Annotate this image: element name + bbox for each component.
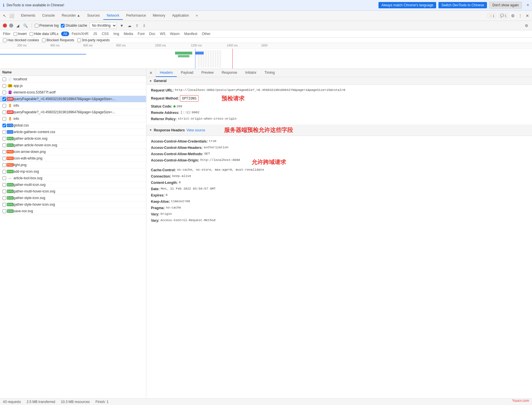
upload-icon[interactable]: ⇧ — [135, 23, 139, 28]
tab-console[interactable]: Console — [39, 12, 58, 20]
disable-cache-input[interactable] — [61, 24, 65, 28]
hide-data-input[interactable] — [30, 32, 33, 36]
tab-payload[interactable]: Payload — [177, 69, 197, 77]
device-icon[interactable]: ⬜ — [9, 13, 15, 19]
filter-fetchxhr[interactable]: Fetch/XHR — [70, 32, 91, 36]
table-row[interactable]: SVG gather-mutil-hover-icon.svg — [0, 188, 146, 195]
table-row[interactable]: PNG icon-edit-white.png — [0, 155, 146, 162]
disable-cache-checkbox[interactable]: Disable cache — [61, 24, 87, 28]
row-checkbox[interactable] — [2, 183, 6, 187]
table-row[interactable]: T element-icons.535877f.woff — [0, 89, 146, 96]
table-row[interactable]: XHR queryPageable?_=0.456032191901896478… — [0, 109, 146, 116]
row-checkbox[interactable] — [2, 91, 6, 94]
hide-data-checkbox[interactable]: Hide data URLs — [30, 32, 59, 36]
invert-input[interactable] — [13, 32, 17, 36]
close-devtools-icon[interactable]: ✕ — [525, 13, 530, 19]
table-row[interactable]: CSS article-gatherer-content.css — [0, 129, 146, 135]
always-match-button[interactable]: Always match Chrome's language — [378, 2, 436, 8]
tab-preview[interactable]: Preview — [197, 69, 218, 77]
blocked-cookies-input[interactable] — [3, 38, 7, 42]
tab-network[interactable]: Network — [103, 12, 123, 20]
filter-all[interactable]: All — [61, 32, 69, 36]
row-checkbox[interactable] — [2, 150, 6, 154]
row-checkbox[interactable] — [2, 77, 6, 81]
filter-manifest[interactable]: Manifest — [182, 32, 199, 36]
dont-show-button[interactable]: Don't show again — [489, 2, 522, 9]
table-row[interactable]: PNG light.png — [0, 162, 146, 168]
tab-performance[interactable]: Performance — [123, 12, 149, 20]
tab-timing[interactable]: Timing — [261, 69, 279, 77]
row-checkbox[interactable] — [2, 124, 6, 127]
row-checkbox[interactable] — [2, 170, 6, 174]
filter-css[interactable]: CSS — [100, 32, 111, 36]
search-icon[interactable]: 🔍 — [22, 23, 29, 28]
table-row[interactable]: SVG gather-mutil-icon.svg — [0, 182, 146, 188]
tab-headers[interactable]: Headers — [156, 69, 177, 77]
table-row[interactable]: XHR queryPageable?_=0.456032191901896478… — [0, 96, 146, 102]
panel-close-icon[interactable]: ✕ — [146, 69, 156, 77]
row-checkbox[interactable] — [2, 84, 6, 88]
third-party-checkbox[interactable]: 3rd-party requests — [77, 38, 110, 42]
filter-other[interactable]: Other — [200, 32, 212, 36]
response-headers-section[interactable]: ▼ Response Headers View source 服务器端预检允许这… — [146, 124, 532, 136]
cursor-icon[interactable]: ↖ — [2, 13, 7, 19]
record-button[interactable] — [3, 24, 7, 28]
table-row[interactable]: — article-tool-box.svg — [0, 175, 146, 182]
row-checkbox[interactable] — [2, 209, 6, 213]
view-source-link[interactable]: View source — [187, 128, 205, 132]
tab-recorder[interactable]: Recorder ▲ — [58, 12, 84, 20]
row-checkbox[interactable] — [2, 143, 6, 147]
filter-js[interactable]: JS — [91, 32, 99, 36]
row-checkbox[interactable] — [2, 130, 6, 134]
table-row[interactable]: 📄 localhost — [0, 76, 146, 83]
row-checkbox[interactable] — [2, 163, 6, 167]
row-checkbox[interactable] — [2, 176, 6, 180]
blocked-requests-checkbox[interactable]: Blocked Requests — [42, 38, 74, 42]
tab-response[interactable]: Response — [218, 69, 241, 77]
row-checkbox[interactable] — [2, 117, 6, 121]
tab-memory[interactable]: Memory — [149, 12, 168, 20]
row-checkbox[interactable] — [2, 157, 6, 160]
row-checkbox[interactable] — [2, 97, 6, 101]
table-row[interactable]: SVG gather-article-hover-icon.svg — [0, 142, 146, 149]
tab-more[interactable]: » — [192, 12, 201, 20]
table-row[interactable]: JS app.js — [0, 83, 146, 89]
general-section-header[interactable]: ▼ General — [146, 77, 532, 85]
preserve-log-input[interactable] — [35, 24, 38, 28]
table-row[interactable]: SVG save-nor.svg — [0, 208, 146, 215]
row-checkbox[interactable] — [2, 203, 6, 207]
table-row[interactable]: SVG add-mp-icon.svg — [0, 168, 146, 175]
filter-ws[interactable]: WS — [158, 32, 167, 36]
preserve-log-checkbox[interactable]: Preserve log — [35, 24, 59, 28]
throttle-arrow[interactable]: ▼ — [119, 23, 125, 28]
settings-icon2[interactable]: ⚙ — [524, 23, 529, 28]
table-row[interactable]: SVG gather-style-icon.svg — [0, 195, 146, 201]
message-badge[interactable]: 💬 1 — [498, 13, 508, 18]
blocked-cookies-checkbox[interactable]: Has blocked cookies — [3, 38, 39, 42]
tab-initiator[interactable]: Initiator — [241, 69, 260, 77]
settings-icon[interactable]: ⚙ — [510, 13, 515, 19]
tab-sources[interactable]: Sources — [84, 12, 103, 20]
row-checkbox[interactable] — [2, 110, 6, 114]
table-row[interactable]: SVG gather-style-hover-icon.svg — [0, 201, 146, 208]
table-row[interactable]: PNG icon-arrow-down.png — [0, 149, 146, 155]
row-checkbox[interactable] — [2, 137, 6, 141]
filter-icon[interactable]: ◢ — [15, 23, 20, 28]
row-checkbox[interactable] — [2, 190, 6, 193]
filter-img[interactable]: Img — [111, 32, 121, 36]
blocked-requests-input[interactable] — [42, 38, 46, 42]
row-checkbox[interactable] — [2, 196, 6, 200]
table-row[interactable]: CSS global.css — [0, 122, 146, 129]
third-party-input[interactable] — [77, 38, 81, 42]
throttle-select[interactable]: No throttling — [90, 22, 117, 29]
row-checkbox[interactable] — [2, 104, 6, 108]
filter-media[interactable]: Media — [122, 32, 135, 36]
info-bar-close[interactable]: × — [527, 3, 529, 8]
switch-chinese-button[interactable]: Switch DevTools to Chinese — [438, 2, 487, 8]
warning-badge[interactable]: ⚠ 1 — [488, 13, 496, 18]
filter-doc[interactable]: Doc — [147, 32, 157, 36]
wifi-icon[interactable]: ☁ — [127, 23, 132, 28]
download-icon[interactable]: ⇩ — [142, 23, 147, 28]
filter-font[interactable]: Font — [136, 32, 147, 36]
table-row[interactable]: SVG gather-article-icon.svg — [0, 135, 146, 142]
